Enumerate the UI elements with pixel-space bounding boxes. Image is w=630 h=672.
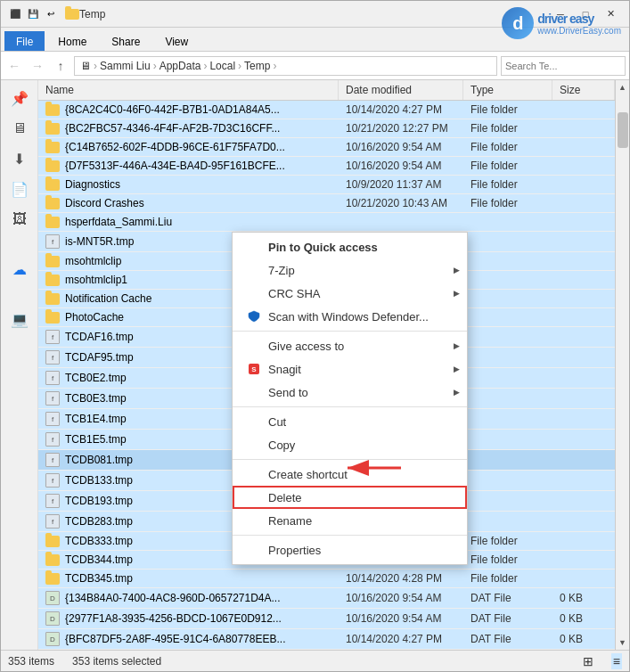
- ctx-icon-rename: [247, 513, 261, 528]
- sidebar-pc-icon[interactable]: 💻: [5, 305, 34, 333]
- ctx-item-properties[interactable]: Properties: [233, 538, 467, 561]
- file-type-cell: File folder: [463, 194, 552, 212]
- view-icon-details[interactable]: ≡: [611, 653, 622, 669]
- file-size-cell: [552, 144, 615, 150]
- ctx-item-7zip[interactable]: 7-Zip: [233, 258, 467, 282]
- ctx-item-delete[interactable]: Delete: [233, 486, 467, 509]
- up-button[interactable]: ↑: [51, 56, 70, 76]
- sidebar-onedrive-icon[interactable]: ☁: [5, 255, 34, 283]
- file-type-cell: [463, 334, 552, 340]
- scrollbar[interactable]: ▲ ▼: [615, 80, 629, 650]
- folder-icon: [45, 160, 60, 172]
- table-row[interactable]: {8CA2C4C0-46F0-442F-B7B1-0AD1A84A5...10/…: [38, 101, 615, 119]
- file-name-text: TCDB193.tmp: [65, 495, 133, 507]
- forward-button[interactable]: →: [28, 56, 47, 76]
- search-input[interactable]: [505, 61, 628, 71]
- ctx-item-rename[interactable]: Rename: [233, 509, 467, 532]
- table-row[interactable]: hsperfdata_Sammi.Liu: [38, 213, 615, 232]
- file-type-cell: [463, 355, 552, 360]
- file-size-cell: [552, 277, 615, 283]
- table-row[interactable]: {BC2FBC57-4346-4F4F-AF2B-7D3C16CFF...10/…: [38, 119, 615, 138]
- file-type-cell: [463, 396, 552, 401]
- file-type-cell: [463, 457, 552, 463]
- breadcrumb-temp[interactable]: Temp: [244, 60, 270, 72]
- sidebar-download-icon[interactable]: ⬇: [5, 144, 34, 173]
- file-name-text: {8CA2C4C0-46F0-442F-B7B1-0AD1A84A5...: [65, 103, 280, 116]
- ctx-item-send_to[interactable]: Send to: [233, 381, 467, 404]
- folder-icon: [45, 123, 60, 135]
- table-row[interactable]: TCDB345.tmp10/14/2020 4:28 PMFile folder: [38, 570, 615, 588]
- ctx-label-send_to: Send to: [268, 386, 308, 399]
- ctx-separator: [233, 406, 467, 407]
- table-row[interactable]: {D7F5313F-446A-434E-BA4D-95F161BCFE...10…: [38, 157, 615, 176]
- sidebar-desktop-icon[interactable]: 🖥: [5, 114, 34, 143]
- col-date[interactable]: Date modified: [339, 80, 463, 100]
- watermark: d driver easy www.DriverEasy.com: [502, 7, 621, 39]
- file-date-cell: 10/14/2020 4:27 PM: [339, 630, 463, 648]
- breadcrumb-sammi[interactable]: Sammi Liu: [100, 60, 151, 72]
- folder-icon: [45, 198, 60, 209]
- table-row[interactable]: D{2977F1A8-3935-4256-BDCD-1067E0D912...1…: [38, 609, 615, 629]
- ctx-item-cut[interactable]: Cut: [233, 410, 467, 433]
- sidebar: 📌 🖥 ⬇ 📄 🖼 ☁ 💻: [1, 80, 38, 650]
- scroll-thumb[interactable]: [618, 112, 628, 148]
- file-name-text: hsperfdata_Sammi.Liu: [65, 216, 172, 228]
- file-icon: f: [45, 494, 60, 508]
- breadcrumb-appdata[interactable]: AppData: [160, 60, 201, 72]
- file-name-text: TCDAF95.tmp: [65, 351, 134, 364]
- col-name[interactable]: Name: [38, 80, 339, 100]
- file-name-text: msohtmlclip1: [65, 274, 127, 286]
- ctx-label-defender: Scan with Windows Defender...: [268, 310, 429, 324]
- file-name-text: {BFC87DF5-2A8F-495E-91C4-6A80778EEB...: [65, 633, 285, 645]
- col-type[interactable]: Type: [463, 80, 552, 100]
- ctx-label-pin: Pin to Quick access: [268, 241, 378, 254]
- view-icon-list[interactable]: ⊞: [583, 654, 593, 668]
- sidebar-docs-icon[interactable]: 📄: [5, 175, 34, 203]
- file-size-cell: [552, 375, 615, 381]
- ctx-item-snagit[interactable]: SSnagit: [233, 357, 467, 381]
- tab-view[interactable]: View: [153, 31, 200, 51]
- file-icon: f: [45, 391, 60, 406]
- back-button[interactable]: ←: [4, 56, 24, 76]
- ctx-icon-properties: [247, 543, 261, 557]
- table-row[interactable]: {C14B7652-602F-4DDB-96CE-61F75FA7D0...10…: [38, 138, 615, 157]
- quick-access-icon: ⬛: [8, 7, 22, 21]
- table-row[interactable]: D{BFC87DF5-2A8F-495E-91C4-6A80778EEB...1…: [38, 629, 615, 650]
- ctx-item-pin[interactable]: Pin to Quick access: [233, 235, 467, 258]
- file-size-cell: 0 KB: [552, 610, 615, 627]
- file-type-cell: [463, 416, 552, 422]
- col-size[interactable]: Size: [552, 80, 615, 100]
- file-size-cell: [552, 258, 615, 264]
- tab-file[interactable]: File: [4, 31, 45, 51]
- sidebar-pics-icon[interactable]: 🖼: [5, 205, 34, 234]
- breadcrumb-icon: 🖥: [80, 60, 91, 72]
- sidebar-pin-icon[interactable]: 📌: [5, 84, 34, 112]
- ctx-icon-send_to: [247, 385, 261, 399]
- file-icon: f: [45, 514, 60, 529]
- file-name-text: is-MNT5R.tmp: [65, 235, 134, 248]
- file-type-cell: [463, 219, 552, 225]
- search-box[interactable]: 🔍: [501, 56, 626, 76]
- table-row[interactable]: Diagnostics10/9/2020 11:37 AMFile folder: [38, 176, 615, 194]
- file-icon: f: [45, 371, 60, 385]
- tab-share[interactable]: Share: [100, 31, 151, 51]
- file-list-header: Name Date modified Type Size: [38, 80, 615, 101]
- file-date-cell: 10/21/2020 12:27 PM: [339, 119, 463, 137]
- undo-icon: ↩: [44, 7, 58, 21]
- tab-home[interactable]: Home: [46, 31, 98, 51]
- ctx-item-copy[interactable]: Copy: [233, 433, 467, 456]
- ctx-item-crc[interactable]: CRC SHA: [233, 282, 467, 305]
- ctx-label-cut: Cut: [268, 415, 286, 429]
- breadcrumb-local[interactable]: Local: [209, 60, 235, 72]
- address-breadcrumb[interactable]: 🖥 › Sammi Liu › AppData › Local › Temp ›: [74, 56, 497, 76]
- file-size-cell: [552, 107, 615, 112]
- file-date-cell: 10/9/2020 11:37 AM: [339, 176, 463, 193]
- file-type-cell: [463, 296, 552, 301]
- ctx-item-defender[interactable]: Scan with Windows Defender...: [233, 305, 467, 328]
- table-row[interactable]: D{134B84A0-7400-4AC8-960D-0657271D4A...1…: [38, 588, 615, 609]
- watermark-logo: driver easy: [537, 12, 621, 26]
- file-type-cell: [463, 519, 552, 524]
- table-row[interactable]: Discord Crashes10/21/2020 10:43 AMFile f…: [38, 194, 615, 213]
- save-icon: 💾: [26, 7, 40, 21]
- ctx-item-give_access[interactable]: Give access to: [233, 334, 467, 357]
